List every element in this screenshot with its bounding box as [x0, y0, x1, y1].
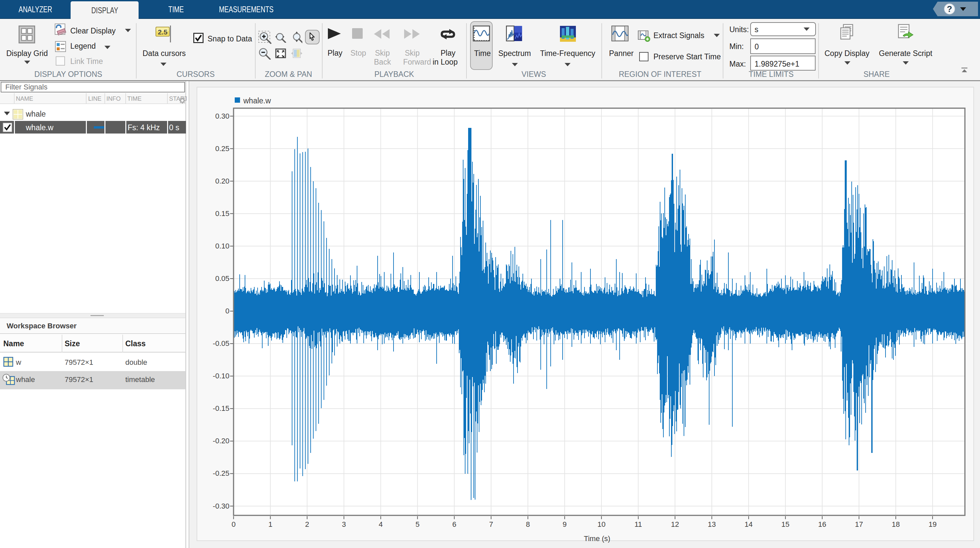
- svg-text:13: 13: [708, 520, 716, 529]
- svg-text:2: 2: [305, 520, 309, 529]
- svg-text:-0.30: -0.30: [213, 502, 229, 510]
- svg-text:-0.10: -0.10: [213, 372, 229, 380]
- svg-text:5: 5: [415, 520, 419, 529]
- svg-text:14: 14: [745, 520, 752, 529]
- svg-text:11: 11: [635, 520, 642, 529]
- svg-text:Time (s): Time (s): [584, 534, 610, 543]
- svg-text:whale.w: whale.w: [243, 97, 271, 105]
- svg-text:0.25: 0.25: [215, 145, 229, 153]
- svg-text:0.30: 0.30: [215, 112, 229, 120]
- svg-text:-0.20: -0.20: [213, 437, 229, 445]
- svg-text:18: 18: [892, 520, 900, 529]
- svg-text:-0.25: -0.25: [213, 469, 229, 477]
- svg-text:19: 19: [929, 520, 937, 529]
- svg-text:8: 8: [526, 520, 530, 529]
- svg-text:1: 1: [268, 520, 272, 529]
- svg-text:3: 3: [342, 520, 346, 529]
- svg-text:15: 15: [781, 520, 789, 529]
- svg-text:-0.15: -0.15: [213, 404, 229, 413]
- svg-text:4: 4: [379, 520, 383, 529]
- svg-text:16: 16: [818, 520, 826, 529]
- svg-text:7: 7: [489, 520, 493, 529]
- svg-text:12: 12: [671, 520, 679, 529]
- svg-text:0: 0: [231, 520, 235, 529]
- svg-text:0.20: 0.20: [215, 177, 229, 185]
- svg-text:0.10: 0.10: [215, 242, 229, 250]
- svg-text:6: 6: [452, 520, 456, 529]
- svg-text:0.15: 0.15: [215, 210, 229, 218]
- svg-text:10: 10: [597, 520, 605, 529]
- svg-text:17: 17: [855, 520, 863, 529]
- svg-text:0: 0: [226, 307, 229, 315]
- svg-text:9: 9: [563, 520, 566, 529]
- svg-text:-0.05: -0.05: [213, 339, 229, 348]
- svg-text:0.05: 0.05: [215, 274, 229, 283]
